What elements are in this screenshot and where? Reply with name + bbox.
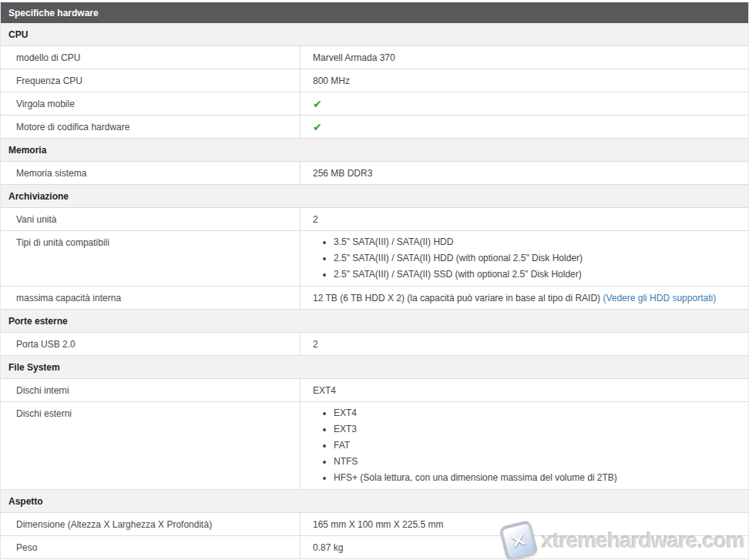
row-value: 12 TB (6 TB HDD X 2) (la capacità può va… bbox=[301, 287, 748, 309]
row-label: massima capacità interna bbox=[1, 287, 301, 309]
row-value: ✔ bbox=[301, 116, 748, 138]
row-label: Tipi di unità compatibili bbox=[1, 231, 301, 286]
value-text: 2 bbox=[313, 214, 318, 225]
check-icon: ✔ bbox=[313, 99, 322, 109]
value-text: 256 MB DDR3 bbox=[313, 168, 372, 179]
list-item: HFS+ (Sola lettura, con una dimensione m… bbox=[334, 470, 617, 486]
table-row: Tipi di unità compatibili3.5" SATA(III) … bbox=[1, 231, 748, 287]
section-header: Aspetto bbox=[1, 490, 748, 513]
row-value: 2 bbox=[301, 333, 748, 355]
section-header: Porte esterne bbox=[1, 310, 748, 333]
table-title: Specifiche hardware bbox=[8, 8, 99, 18]
section-header: CPU bbox=[1, 23, 748, 46]
section-header: Archiviazione bbox=[1, 185, 748, 208]
row-label: Dischi interni bbox=[1, 379, 301, 401]
row-label: Vani unità bbox=[1, 208, 301, 230]
row-label: Motore di codifica hardware bbox=[1, 116, 301, 138]
table-row: Dimensione (Altezza X Larghezza X Profon… bbox=[1, 513, 748, 536]
value-text: Marvell Armada 370 bbox=[313, 52, 395, 63]
row-value: 800 MHz bbox=[301, 69, 748, 92]
value-text: 0.87 kg bbox=[313, 542, 343, 553]
table-title-bar: Specifiche hardware bbox=[1, 2, 748, 23]
row-label: Frequenza CPU bbox=[1, 69, 301, 92]
spec-table: Specifiche hardware CPUmodello di CPUMar… bbox=[0, 2, 749, 559]
row-value: ✔ bbox=[301, 92, 748, 115]
value-text: 12 TB (6 TB HDD X 2) (la capacità può va… bbox=[313, 293, 600, 303]
check-icon: ✔ bbox=[313, 122, 322, 132]
row-value: 165 mm X 100 mm X 225.5 mm bbox=[301, 513, 748, 535]
table-row: massima capacità interna12 TB (6 TB HDD … bbox=[1, 287, 748, 310]
row-value: 256 MB DDR3 bbox=[301, 162, 748, 184]
row-label: Dischi esterni bbox=[1, 402, 301, 489]
table-row: Motore di codifica hardware✔ bbox=[1, 116, 748, 139]
list-item: FAT bbox=[334, 438, 617, 454]
row-label: modello di CPU bbox=[1, 46, 301, 69]
value-text: 165 mm X 100 mm X 225.5 mm bbox=[313, 519, 443, 530]
row-value: EXT4EXT3FATNTFSHFS+ (Sola lettura, con u… bbox=[301, 402, 748, 489]
value-list: 3.5" SATA(III) / SATA(II) HDD2.5" SATA(I… bbox=[313, 234, 583, 283]
list-item: 3.5" SATA(III) / SATA(II) HDD bbox=[334, 234, 583, 250]
list-item: EXT3 bbox=[334, 421, 617, 438]
table-row: Dischi esterniEXT4EXT3FATNTFSHFS+ (Sola … bbox=[1, 402, 748, 490]
row-label: Memoria sistema bbox=[1, 162, 301, 184]
row-value: 2 bbox=[301, 208, 748, 230]
row-label: Virgola mobile bbox=[1, 92, 301, 115]
table-row: Frequenza CPU800 MHz bbox=[1, 69, 748, 92]
table-row: modello di CPUMarvell Armada 370 bbox=[1, 46, 748, 69]
row-value: 3.5" SATA(III) / SATA(II) HDD2.5" SATA(I… bbox=[301, 231, 748, 286]
row-label: Peso bbox=[1, 536, 301, 558]
value-text: 2 bbox=[313, 339, 318, 350]
row-value: Marvell Armada 370 bbox=[301, 46, 748, 69]
table-row: Dischi interniEXT4 bbox=[1, 379, 748, 402]
table-row: Virgola mobile✔ bbox=[1, 92, 748, 116]
table-row: Porta USB 2.02 bbox=[1, 333, 748, 356]
sections: CPUmodello di CPUMarvell Armada 370Frequ… bbox=[1, 23, 748, 559]
list-item: 2.5" SATA(III) / SATA(II) SSD (with opti… bbox=[334, 267, 583, 283]
value-text: EXT4 bbox=[313, 385, 336, 396]
value-list: EXT4EXT3FATNTFSHFS+ (Sola lettura, con u… bbox=[313, 405, 617, 486]
row-label: Porta USB 2.0 bbox=[1, 333, 301, 355]
table-row: Peso0.87 kg bbox=[1, 536, 748, 559]
value-text: 800 MHz bbox=[313, 75, 350, 86]
row-value: 0.87 kg bbox=[301, 536, 748, 558]
section-header: File System bbox=[1, 356, 748, 379]
section-header: Memoria bbox=[1, 139, 748, 162]
list-item: 2.5" SATA(III) / SATA(II) HDD (with opti… bbox=[334, 250, 583, 267]
table-row: Vani unità2 bbox=[1, 208, 748, 231]
row-label: Dimensione (Altezza X Larghezza X Profon… bbox=[1, 513, 301, 535]
row-value: EXT4 bbox=[301, 379, 748, 401]
list-item: NTFS bbox=[334, 454, 617, 470]
list-item: EXT4 bbox=[334, 405, 617, 421]
table-row: Memoria sistema256 MB DDR3 bbox=[1, 162, 748, 185]
hdd-compatibility-link[interactable]: (Vedere gli HDD supportati) bbox=[603, 293, 716, 303]
